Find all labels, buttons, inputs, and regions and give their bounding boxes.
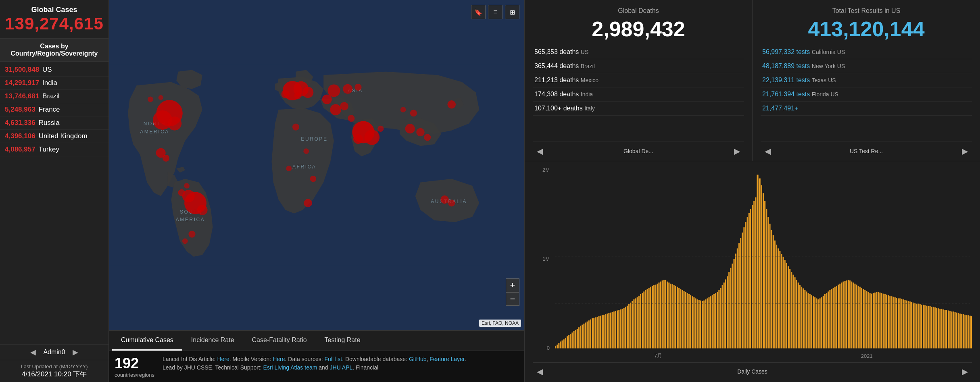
list-item[interactable]: 14,291,917India [0, 77, 108, 90]
svg-point-35 [400, 107, 406, 112]
zoom-out-btn[interactable]: − [506, 292, 519, 306]
svg-rect-218 [846, 280, 847, 348]
svg-rect-280 [949, 311, 951, 349]
svg-rect-252 [903, 299, 904, 348]
map-tab[interactable]: Case-Fatality Ratio [243, 331, 316, 351]
admin-prev-arrow[interactable]: ◀ [30, 348, 36, 357]
svg-rect-154 [738, 243, 740, 348]
svg-point-26 [310, 176, 316, 182]
and-text: and [317, 364, 329, 371]
list-item: 107,100+ deaths Italy [533, 102, 744, 116]
svg-rect-210 [833, 288, 834, 348]
country-list: 31,500,848US14,291,917India13,746,681Bra… [0, 62, 108, 344]
svg-rect-53 [570, 334, 571, 348]
svg-rect-272 [936, 308, 937, 349]
tests-nav: ◀ US Test Re... ▶ [761, 141, 972, 158]
chart-prev-btn[interactable]: ◀ [533, 365, 547, 378]
list-item[interactable]: 4,086,957Turkey [0, 143, 108, 156]
svg-rect-128 [695, 298, 696, 348]
svg-rect-175 [774, 241, 776, 349]
svg-rect-207 [828, 291, 829, 348]
feature-layer-link[interactable]: Feature Layer [430, 356, 464, 362]
svg-rect-101 [650, 287, 651, 349]
svg-rect-264 [923, 305, 924, 348]
list-item[interactable]: 13,746,681Brazil [0, 90, 108, 103]
svg-point-22 [424, 134, 431, 141]
jhuapl-link[interactable]: JHU APL [330, 364, 353, 371]
country-count: 13,746,681 [5, 92, 39, 100]
svg-rect-165 [757, 175, 758, 349]
svg-rect-231 [868, 292, 869, 349]
list-item[interactable]: 31,500,848US [0, 63, 108, 77]
map-tab[interactable]: Incidence Rate [182, 331, 243, 351]
deaths-label: US [581, 49, 588, 55]
global-cases-box: Global Cases 139,274,615 [0, 0, 108, 39]
list-item[interactable]: 5,248,963France [0, 103, 108, 116]
chart-x-label: 2021 [861, 353, 873, 359]
list-item[interactable]: 4,396,106United Kingdom [0, 130, 108, 143]
svg-rect-182 [786, 263, 787, 349]
esri-attribution: Esri, FAO, NOAA [479, 320, 521, 327]
admin-next-arrow[interactable]: ▶ [73, 348, 78, 357]
article-here-link[interactable]: Here [217, 356, 229, 362]
map-tab[interactable]: Cumulative Cases [112, 331, 182, 351]
tests-nav-label: US Test Re... [850, 148, 883, 154]
tests-prev-btn[interactable]: ◀ [761, 145, 775, 158]
deaths-label: Italy [584, 105, 595, 112]
svg-rect-144 [722, 285, 723, 349]
svg-point-40 [178, 189, 185, 196]
svg-point-25 [286, 166, 292, 171]
svg-rect-279 [948, 310, 949, 348]
country-name: US [42, 66, 52, 74]
list-item[interactable]: 4,631,336Russia [0, 116, 108, 130]
svg-rect-171 [767, 217, 769, 348]
right-top: Global Deaths 2,989,432 565,353 deaths U… [525, 0, 980, 161]
grid-btn[interactable]: ⊞ [505, 5, 519, 19]
svg-rect-76 [608, 313, 609, 348]
bookmark-btn[interactable]: 🔖 [471, 5, 486, 19]
deaths-prev-btn[interactable]: ◀ [533, 145, 547, 158]
svg-point-23 [292, 124, 299, 131]
mobile-here-link[interactable]: Here [273, 356, 285, 362]
esri-link[interactable]: Esri Living Atlas team [263, 364, 317, 371]
chart-next-btn[interactable]: ▶ [958, 365, 972, 378]
svg-point-43 [377, 126, 384, 132]
svg-rect-150 [732, 264, 733, 348]
map-area[interactable]: NORTH AMERICA SOUTH AMERICA ASIA EUROPE … [109, 0, 524, 330]
full-list-link[interactable]: Full list [325, 356, 342, 362]
github-link[interactable]: GitHub [409, 356, 427, 362]
svg-rect-190 [799, 285, 801, 349]
svg-rect-223 [854, 284, 855, 349]
deaths-next-btn[interactable]: ▶ [730, 145, 744, 158]
zoom-in-btn[interactable]: + [506, 278, 519, 292]
svg-rect-212 [836, 286, 837, 348]
svg-rect-155 [740, 238, 741, 348]
map-tab[interactable]: Testing Rate [316, 331, 369, 351]
svg-rect-92 [635, 298, 636, 348]
svg-rect-61 [583, 324, 584, 348]
svg-rect-248 [896, 298, 897, 348]
global-cases-label: Global Cases [4, 6, 104, 14]
svg-rect-198 [813, 296, 814, 348]
svg-point-13 [364, 130, 379, 145]
country-name: France [39, 106, 60, 114]
svg-rect-123 [687, 293, 688, 348]
svg-rect-115 [673, 285, 675, 349]
svg-rect-60 [582, 325, 583, 349]
svg-rect-236 [876, 292, 877, 349]
svg-rect-224 [856, 284, 857, 348]
svg-rect-254 [906, 301, 907, 349]
svg-rect-79 [613, 311, 615, 348]
svg-rect-188 [796, 280, 797, 349]
map-tabs: Cumulative CasesIncidence RateCase-Fatal… [109, 330, 524, 351]
svg-rect-146 [725, 279, 726, 348]
svg-rect-117 [677, 287, 678, 349]
svg-rect-281 [951, 311, 952, 348]
list-btn[interactable]: ≡ [488, 5, 503, 19]
tests-next-btn[interactable]: ▶ [958, 145, 972, 158]
svg-rect-46 [558, 343, 559, 348]
svg-rect-68 [595, 317, 596, 348]
svg-rect-82 [618, 310, 619, 348]
svg-rect-96 [642, 293, 643, 348]
chart-area: 2M1M0 [525, 161, 980, 382]
